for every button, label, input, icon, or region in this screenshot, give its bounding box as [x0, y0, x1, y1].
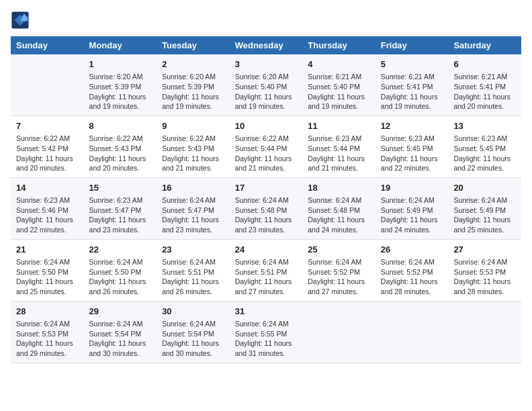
- cell-daylight-info: Sunrise: 6:20 AMSunset: 5:39 PMDaylight:…: [89, 72, 152, 111]
- calendar-cell: 24Sunrise: 6:24 AMSunset: 5:51 PMDayligh…: [230, 239, 303, 301]
- day-header-sunday: Sunday: [11, 36, 84, 54]
- cell-daylight-info: Sunrise: 6:24 AMSunset: 5:54 PMDaylight:…: [162, 319, 224, 359]
- cell-daylight-info: Sunrise: 6:22 AMSunset: 5:44 PMDaylight:…: [235, 134, 298, 173]
- calendar-week-row: 14Sunrise: 6:23 AMSunset: 5:46 PMDayligh…: [11, 177, 521, 239]
- day-number: 15: [89, 182, 152, 194]
- cell-daylight-info: Sunrise: 6:24 AMSunset: 5:48 PMDaylight:…: [235, 195, 298, 235]
- calendar-cell: 5Sunrise: 6:21 AMSunset: 5:41 PMDaylight…: [375, 54, 449, 116]
- page-header: [11, 11, 521, 30]
- cell-daylight-info: Sunrise: 6:21 AMSunset: 5:41 PMDaylight:…: [453, 72, 516, 111]
- calendar-week-row: 7Sunrise: 6:22 AMSunset: 5:42 PMDaylight…: [11, 116, 521, 177]
- calendar-cell: 17Sunrise: 6:24 AMSunset: 5:48 PMDayligh…: [230, 177, 303, 239]
- cell-daylight-info: Sunrise: 6:24 AMSunset: 5:48 PMDaylight:…: [308, 195, 370, 235]
- cell-daylight-info: Sunrise: 6:23 AMSunset: 5:46 PMDaylight:…: [16, 195, 79, 235]
- day-header-saturday: Saturday: [448, 36, 521, 54]
- cell-daylight-info: Sunrise: 6:24 AMSunset: 5:52 PMDaylight:…: [308, 257, 370, 297]
- calendar-cell: 16Sunrise: 6:24 AMSunset: 5:47 PMDayligh…: [157, 177, 230, 239]
- day-number: 27: [453, 244, 516, 256]
- cell-daylight-info: Sunrise: 6:24 AMSunset: 5:54 PMDaylight:…: [89, 319, 152, 359]
- calendar-cell: 28Sunrise: 6:24 AMSunset: 5:53 PMDayligh…: [11, 301, 84, 363]
- day-header-monday: Monday: [84, 36, 157, 54]
- calendar-cell: 18Sunrise: 6:24 AMSunset: 5:48 PMDayligh…: [302, 177, 375, 239]
- day-number: 11: [308, 120, 370, 132]
- day-header-tuesday: Tuesday: [157, 36, 230, 54]
- cell-daylight-info: Sunrise: 6:24 AMSunset: 5:51 PMDaylight:…: [235, 257, 298, 297]
- day-number: 23: [162, 244, 224, 256]
- day-number: 3: [235, 58, 298, 71]
- day-number: 7: [16, 120, 79, 132]
- day-number: 29: [89, 306, 152, 318]
- calendar-cell: 31Sunrise: 6:24 AMSunset: 5:55 PMDayligh…: [230, 301, 303, 363]
- calendar-table: SundayMondayTuesdayWednesdayThursdayFrid…: [11, 36, 521, 363]
- day-number: 28: [16, 306, 79, 318]
- calendar-cell: [302, 301, 375, 363]
- logo-icon: [11, 11, 30, 30]
- day-number: 2: [162, 58, 224, 71]
- cell-daylight-info: Sunrise: 6:24 AMSunset: 5:55 PMDaylight:…: [235, 319, 298, 359]
- calendar-cell: 8Sunrise: 6:22 AMSunset: 5:43 PMDaylight…: [84, 116, 157, 177]
- calendar-cell: [11, 54, 84, 116]
- cell-daylight-info: Sunrise: 6:23 AMSunset: 5:45 PMDaylight:…: [381, 134, 443, 173]
- day-number: 6: [453, 58, 516, 71]
- cell-daylight-info: Sunrise: 6:21 AMSunset: 5:41 PMDaylight:…: [381, 72, 443, 111]
- cell-daylight-info: Sunrise: 6:24 AMSunset: 5:51 PMDaylight:…: [162, 257, 224, 297]
- cell-daylight-info: Sunrise: 6:20 AMSunset: 5:39 PMDaylight:…: [162, 72, 224, 111]
- day-number: 9: [162, 120, 224, 132]
- cell-daylight-info: Sunrise: 6:24 AMSunset: 5:49 PMDaylight:…: [381, 195, 443, 235]
- calendar-cell: 6Sunrise: 6:21 AMSunset: 5:41 PMDaylight…: [448, 54, 521, 116]
- calendar-cell: 21Sunrise: 6:24 AMSunset: 5:50 PMDayligh…: [11, 239, 84, 301]
- day-number: 1: [89, 58, 152, 71]
- day-number: 8: [89, 120, 152, 132]
- day-number: 17: [235, 182, 298, 194]
- day-number: 14: [16, 182, 79, 194]
- calendar-cell: 1Sunrise: 6:20 AMSunset: 5:39 PMDaylight…: [84, 54, 157, 116]
- day-number: 20: [453, 182, 516, 194]
- cell-daylight-info: Sunrise: 6:24 AMSunset: 5:49 PMDaylight:…: [453, 195, 516, 235]
- day-number: 30: [162, 306, 224, 318]
- calendar-cell: [448, 301, 521, 363]
- cell-daylight-info: Sunrise: 6:24 AMSunset: 5:47 PMDaylight:…: [162, 195, 224, 235]
- cell-daylight-info: Sunrise: 6:24 AMSunset: 5:53 PMDaylight:…: [16, 319, 79, 359]
- calendar-cell: 2Sunrise: 6:20 AMSunset: 5:39 PMDaylight…: [157, 54, 230, 116]
- calendar-cell: 30Sunrise: 6:24 AMSunset: 5:54 PMDayligh…: [157, 301, 230, 363]
- day-number: 4: [308, 58, 370, 71]
- day-number: 10: [235, 120, 298, 132]
- day-number: 18: [308, 182, 370, 194]
- calendar-cell: 3Sunrise: 6:20 AMSunset: 5:40 PMDaylight…: [230, 54, 303, 116]
- calendar-cell: [375, 301, 449, 363]
- cell-daylight-info: Sunrise: 6:24 AMSunset: 5:53 PMDaylight:…: [453, 257, 516, 297]
- calendar-cell: 23Sunrise: 6:24 AMSunset: 5:51 PMDayligh…: [157, 239, 230, 301]
- calendar-cell: 22Sunrise: 6:24 AMSunset: 5:50 PMDayligh…: [84, 239, 157, 301]
- calendar-week-row: 21Sunrise: 6:24 AMSunset: 5:50 PMDayligh…: [11, 239, 521, 301]
- calendar-cell: 20Sunrise: 6:24 AMSunset: 5:49 PMDayligh…: [448, 177, 521, 239]
- logo: [11, 11, 32, 30]
- day-number: 13: [453, 120, 516, 132]
- calendar-week-row: 28Sunrise: 6:24 AMSunset: 5:53 PMDayligh…: [11, 301, 521, 363]
- day-number: 16: [162, 182, 224, 194]
- cell-daylight-info: Sunrise: 6:24 AMSunset: 5:52 PMDaylight:…: [381, 257, 443, 297]
- cell-daylight-info: Sunrise: 6:22 AMSunset: 5:43 PMDaylight:…: [89, 134, 152, 173]
- cell-daylight-info: Sunrise: 6:22 AMSunset: 5:42 PMDaylight:…: [16, 134, 79, 173]
- calendar-cell: 11Sunrise: 6:23 AMSunset: 5:44 PMDayligh…: [302, 116, 375, 177]
- day-header-wednesday: Wednesday: [230, 36, 303, 54]
- cell-daylight-info: Sunrise: 6:23 AMSunset: 5:47 PMDaylight:…: [89, 195, 152, 235]
- calendar-cell: 25Sunrise: 6:24 AMSunset: 5:52 PMDayligh…: [302, 239, 375, 301]
- calendar-cell: 26Sunrise: 6:24 AMSunset: 5:52 PMDayligh…: [375, 239, 449, 301]
- cell-daylight-info: Sunrise: 6:23 AMSunset: 5:45 PMDaylight:…: [453, 134, 516, 173]
- calendar-cell: 4Sunrise: 6:21 AMSunset: 5:40 PMDaylight…: [302, 54, 375, 116]
- calendar-cell: 9Sunrise: 6:22 AMSunset: 5:43 PMDaylight…: [157, 116, 230, 177]
- cell-daylight-info: Sunrise: 6:24 AMSunset: 5:50 PMDaylight:…: [16, 257, 79, 297]
- calendar-cell: 27Sunrise: 6:24 AMSunset: 5:53 PMDayligh…: [448, 239, 521, 301]
- day-number: 12: [381, 120, 443, 132]
- calendar-cell: 7Sunrise: 6:22 AMSunset: 5:42 PMDaylight…: [11, 116, 84, 177]
- calendar-header-row: SundayMondayTuesdayWednesdayThursdayFrid…: [11, 36, 521, 54]
- calendar-cell: 12Sunrise: 6:23 AMSunset: 5:45 PMDayligh…: [375, 116, 449, 177]
- calendar-cell: 29Sunrise: 6:24 AMSunset: 5:54 PMDayligh…: [84, 301, 157, 363]
- calendar-cell: 15Sunrise: 6:23 AMSunset: 5:47 PMDayligh…: [84, 177, 157, 239]
- day-number: 24: [235, 244, 298, 256]
- calendar-cell: 14Sunrise: 6:23 AMSunset: 5:46 PMDayligh…: [11, 177, 84, 239]
- day-number: 26: [381, 244, 443, 256]
- day-number: 22: [89, 244, 152, 256]
- cell-daylight-info: Sunrise: 6:24 AMSunset: 5:50 PMDaylight:…: [89, 257, 152, 297]
- calendar-week-row: 1Sunrise: 6:20 AMSunset: 5:39 PMDaylight…: [11, 54, 521, 116]
